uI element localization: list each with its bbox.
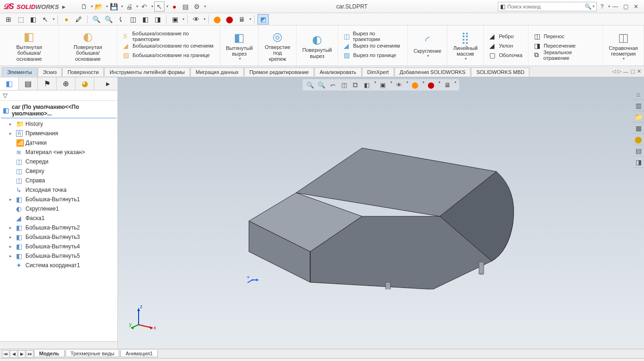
logo-expand-icon[interactable]: ▸ — [59, 1, 69, 12]
draft-button[interactable]: ◢ Уклон — [487, 41, 515, 50]
eye-icon[interactable]: 👁 — [190, 14, 202, 25]
section-view-icon[interactable]: ◫ — [339, 80, 349, 90]
lofted-cut-button[interactable]: ◢ Вырез по сечениям — [342, 41, 402, 50]
search-icon[interactable]: 🔍 — [585, 3, 592, 10]
filter-icon[interactable]: ▽ — [3, 92, 8, 99]
sheet-first-icon[interactable]: ⏮ — [2, 350, 9, 358]
tree-item[interactable]: ≋Материал <не указан> — [1, 148, 116, 157]
tp-home-icon[interactable]: ⌂ — [633, 89, 644, 100]
intersect-button[interactable]: ◨ Пересечение — [532, 41, 578, 50]
tree-item[interactable]: ✦Система координат1 — [1, 261, 116, 270]
fm-tab-dimxpert-icon[interactable]: ⊕ — [57, 77, 75, 90]
new-icon[interactable]: 🗋 — [79, 1, 89, 12]
fm-tab-expand-icon[interactable]: ▸ — [99, 77, 117, 90]
minimize-icon[interactable]: — — [610, 1, 620, 12]
extrude-cut-button[interactable]: ◧ Вытянутый вырез ▾ — [224, 29, 255, 62]
bottom-tab-model[interactable]: Модель — [34, 350, 65, 357]
tree-expand-icon[interactable]: ▸ — [9, 244, 14, 249]
display-style-icon[interactable]: ◧ — [362, 80, 372, 90]
hide-items-icon[interactable]: ▣ — [378, 80, 388, 90]
tree-expand-icon[interactable]: ▸ — [9, 254, 14, 258]
tree-item[interactable]: ◫Сверху — [1, 166, 116, 176]
tree-item[interactable]: ▸◧Бобышка-Вытянуть5 — [1, 251, 116, 261]
tree-item[interactable]: ▸📁History — [1, 119, 116, 129]
tab-data-migration[interactable]: Миграция данных — [190, 67, 244, 76]
save-icon[interactable]: 💾 — [109, 1, 119, 12]
tree-item[interactable]: ▸◧Бобышка-Вытянуть2 — [1, 223, 116, 232]
eye2-icon[interactable]: 👁 — [394, 80, 404, 90]
tab-mbd[interactable]: SOLIDWORKS MBD — [471, 67, 529, 76]
hide-show-icon[interactable]: ◨ — [152, 14, 163, 25]
view-triad[interactable]: x y z — [129, 304, 157, 332]
revolve-cut-button[interactable]: ◐ Повернутый вырез — [300, 31, 334, 59]
fillet-button[interactable]: ◜ Скругление ▾ — [412, 32, 443, 59]
tree-item[interactable]: ◐Скругление1 — [1, 204, 116, 213]
panel-max-icon[interactable]: ▢ — [630, 68, 635, 74]
linear-pattern-button[interactable]: ⣿ Линейный массив ▾ — [451, 29, 479, 62]
color-ball2-icon[interactable]: ⬤ — [224, 14, 235, 25]
rebuild-icon[interactable]: ● — [169, 1, 180, 12]
help-icon[interactable]: ? — [597, 1, 607, 12]
tree-item[interactable]: ◫Спереди — [1, 157, 116, 166]
tree-expand-icon[interactable]: ▸ — [9, 122, 14, 126]
extrude-boss-button[interactable]: ◧ Вытянутая бобышка/основание — [4, 28, 55, 62]
tree-root[interactable]: ◧ car (По умолчанию<<По умолчанию>... — [1, 103, 116, 118]
sidebar-scrollbar[interactable] — [0, 341, 117, 349]
boundary-boss-button[interactable]: ▨ Бобышка/основание на границе — [121, 50, 212, 60]
wrap-button[interactable]: ◫ Перенос — [532, 32, 566, 41]
sheet-prev-icon[interactable]: ◀ — [10, 350, 17, 358]
section-icon[interactable]: ◫ — [127, 14, 139, 25]
search-input[interactable] — [507, 4, 585, 9]
shadow-cube-icon[interactable]: ◩ — [257, 14, 269, 25]
tool-normal-icon[interactable]: ◧ — [27, 14, 39, 25]
hole-wizard-button[interactable]: ◎ Отверстие под крепеж — [263, 28, 292, 62]
tab-sketch[interactable]: Эскиз — [38, 67, 62, 76]
print-icon[interactable]: 🖨 — [124, 1, 134, 12]
graphics-viewport[interactable]: 🔍 🔍 ⤺ ◫ ⛋ ◧▾ ▣▾ 👁▾ ⬤▾ ⬤▾ 🖥▾ — [118, 77, 644, 349]
panel-next-icon[interactable]: ▷ — [618, 68, 621, 74]
tab-mold-tools[interactable]: Инструменты литейной формы — [104, 67, 190, 76]
monitor-icon[interactable]: 🖥 — [236, 14, 248, 25]
panel-prev-icon[interactable]: ◁ — [612, 68, 616, 74]
lofted-boss-button[interactable]: ◢ Бобышка/основание по сечениям — [121, 41, 215, 50]
shell-button[interactable]: ▢ Оболочка — [487, 50, 524, 60]
tree-item[interactable]: ↳Исходная точка — [1, 185, 116, 195]
mirror-button[interactable]: ⧉ Зеркальное отражение — [532, 50, 599, 60]
fm-tab-property-icon[interactable]: ▤ — [19, 77, 38, 90]
panel-close-icon[interactable]: ✕ — [637, 68, 641, 74]
tool-views-icon[interactable]: ⊞ — [3, 14, 14, 25]
fm-tab-tree-icon[interactable]: ◧ — [0, 77, 19, 90]
tree-item[interactable]: 📶Датчики — [1, 138, 116, 148]
sketch-tool3-icon[interactable]: ⤹ — [115, 14, 126, 25]
rib-button[interactable]: ◢ Ребро — [487, 32, 515, 41]
swept-boss-button[interactable]: 𝘚 Бобышка/основание по траектории — [121, 32, 216, 41]
tp-design-library-icon[interactable]: ▥ — [633, 100, 644, 111]
reference-geometry-button[interactable]: ◫ Справочная геометрия ▾ — [607, 29, 640, 62]
bottom-tab-3dviews[interactable]: Трехмерные виды — [66, 350, 120, 357]
tool-select-arrow-icon[interactable]: ↖ — [40, 14, 51, 25]
close-icon[interactable]: ✕ — [631, 1, 641, 12]
tp-custom-props-icon[interactable]: ▤ — [633, 145, 644, 156]
tab-surfaces[interactable]: Поверхности — [62, 67, 104, 76]
bottom-tab-animation[interactable]: Анимация1 — [120, 350, 158, 357]
zoom-area-icon[interactable]: 🔍 — [317, 80, 326, 90]
tp-view-palette-icon[interactable]: ▦ — [633, 123, 644, 134]
command-search[interactable]: ◧ 🔍▾ — [498, 2, 597, 11]
swept-cut-button[interactable]: ◫ Вырез по траектории — [342, 32, 404, 41]
tab-direct-editing[interactable]: Прямое редактирование — [244, 67, 314, 76]
select-icon[interactable]: ↖ — [154, 1, 165, 12]
edit-appearance-icon[interactable]: 🖉 — [73, 14, 84, 25]
box-icon[interactable]: ▣ — [169, 14, 181, 25]
tab-evaluate[interactable]: Анализировать — [314, 67, 362, 76]
sketch-tool2-icon[interactable]: 🔍 — [103, 14, 114, 25]
tp-appearances-icon[interactable]: ⬤ — [633, 134, 644, 145]
appearance-icon[interactable]: ● — [61, 14, 72, 25]
options-icon[interactable]: ▤ — [181, 1, 191, 12]
revolve-boss-button[interactable]: ◐ Повернутая бобышка/основание — [63, 28, 114, 62]
view-settings-icon[interactable]: 🖥 — [442, 80, 452, 90]
undo-icon[interactable]: ↶ — [139, 1, 149, 12]
tree-item[interactable]: ◫Справа — [1, 176, 116, 185]
sketch-tool1-icon[interactable]: 🔍 — [91, 14, 102, 25]
tab-addins[interactable]: Добавления SOLIDWORKS — [395, 67, 471, 76]
sheet-last-icon[interactable]: ⏭ — [26, 350, 33, 358]
